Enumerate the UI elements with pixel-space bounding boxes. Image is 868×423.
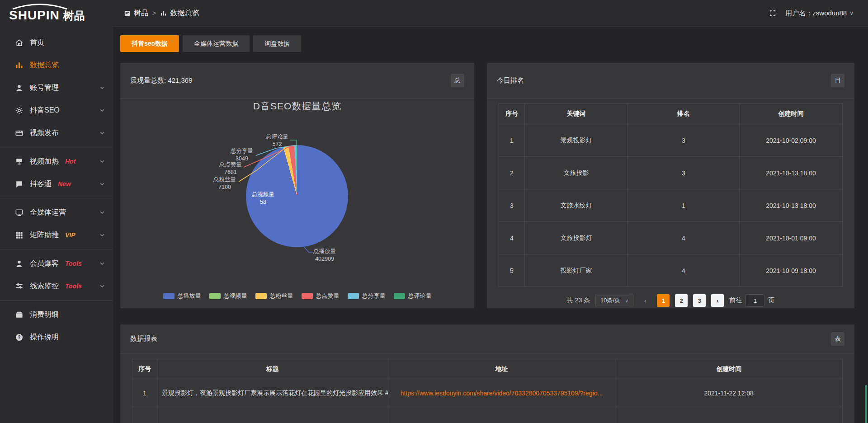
chevron-down-icon [99, 85, 105, 90]
pie-label-name: 总评论量 [259, 133, 295, 141]
cell-no: 1 [132, 379, 157, 407]
legend-item-plays[interactable]: 总播放量 [163, 292, 201, 300]
page-size-select[interactable]: 10条/页 ∨ [595, 294, 633, 307]
goto-page-input[interactable] [745, 294, 764, 307]
col-header-rank: 排名 [628, 103, 740, 124]
cell-url: https://www.iesdouyin.com/share/video/70… [388, 379, 615, 407]
username-label: 用户名：zswodun88 [785, 9, 847, 18]
data-report-card: 数据报表 表 序号 标题 地址 创建时间 [120, 324, 854, 423]
pie-label-name: 总点赞量 [212, 161, 249, 169]
legend-item-comments[interactable]: 总评论量 [394, 292, 432, 300]
breadcrumb-current[interactable]: 数据总览 [170, 9, 199, 18]
chevron-down-icon [99, 108, 105, 113]
tools-badge: Tools [65, 282, 82, 290]
rank-card-header: 今日排名 日 [487, 63, 854, 99]
user-icon [14, 83, 24, 92]
tab-douyin-seo-data[interactable]: 抖音seo数据 [120, 35, 179, 52]
sidebar-item-omnimedia[interactable]: 全媒体运营 [0, 201, 113, 224]
seo-overview-card: 展现量总数: 421,369 总 D音SEO数据量总览 [120, 63, 474, 308]
pagination-goto: 前往 页 [729, 294, 774, 307]
pagination-prev-button[interactable]: ‹ [639, 294, 651, 307]
sidebar-item-doketong[interactable]: 抖客通 New [0, 173, 113, 195]
rank-card-title: 今日排名 [497, 76, 524, 85]
page-size-value: 10条/页 [600, 296, 620, 305]
pagination-page-3[interactable]: 3 [693, 294, 706, 307]
report-table: 序号 标题 地址 创建时间 1 景观投影灯，夜游景观投影灯厂家展示展示落花灯在花… [132, 359, 843, 423]
sidebar-item-douyin-seo[interactable]: 抖音SEO [0, 99, 113, 122]
table-row: 2 文旅投影 3 2021-10-13 18:00 [499, 157, 843, 189]
legend-swatch [209, 293, 221, 299]
cell-rank: 3 [628, 124, 740, 157]
cell-time: 2021-10-01 09:00 [740, 222, 843, 254]
legend-swatch [394, 293, 405, 299]
cell-video-title: 景观投影灯，夜游景观投影灯厂家展示展示落花灯在花园里的灯光投影应用效果 # [157, 379, 388, 407]
table-row: 1 景观投影灯 3 2021-10-02 09:00 [499, 124, 843, 157]
sidebar-item-video-heat[interactable]: 视频加热 Hot [0, 150, 113, 173]
legend-item-likes[interactable]: 总点赞量 [302, 292, 340, 300]
logo-text-cn: 树品 [63, 9, 85, 23]
sidebar-item-label: 矩阵助推 [30, 230, 59, 240]
fullscreen-icon[interactable] [769, 9, 776, 17]
sidebar-item-home[interactable]: 首页 [0, 31, 113, 54]
sidebar-item-label: 数据总览 [30, 61, 59, 70]
chevron-down-icon: ∨ [849, 10, 854, 16]
legend-item-fans[interactable]: 总粉丝量 [255, 292, 293, 300]
user-menu[interactable]: 用户名：zswodun88 ∨ [785, 9, 854, 18]
pagination-next-button[interactable]: › [711, 294, 724, 307]
sidebar-item-member-burst[interactable]: 会员爆客 Tools [0, 252, 113, 275]
cell-time [615, 407, 843, 423]
tab-omnimedia-data[interactable]: 全媒体运营数据 [183, 35, 250, 52]
table-header-row: 序号 标题 地址 创建时间 [132, 359, 843, 379]
report-card-title: 数据报表 [130, 334, 157, 343]
page-scrollbar[interactable] [865, 385, 867, 423]
legend-label: 总粉丝量 [270, 292, 293, 300]
pagination-page-1[interactable]: 1 [657, 294, 670, 307]
cell-rank: 1 [628, 189, 740, 222]
legend-swatch [302, 293, 313, 299]
table-row: 5 投影灯厂家 4 2021-10-09 18:00 [499, 254, 843, 287]
sidebar-item-matrix-boost[interactable]: 矩阵助推 VIP [0, 224, 113, 246]
legend-swatch [163, 293, 175, 299]
sidebar-item-video-publish[interactable]: 视频发布 [0, 122, 113, 144]
chart-title: D音SEO数据量总览 [120, 100, 474, 113]
pie-label-value: 58 [245, 198, 281, 206]
legend-label: 总视频量 [224, 292, 247, 300]
legend-item-videos[interactable]: 总视频量 [209, 292, 247, 300]
legend-item-shares[interactable]: 总分享量 [348, 292, 386, 300]
sidebar-item-consumption[interactable]: 消费明细 [0, 303, 113, 326]
chevron-down-icon [99, 232, 105, 238]
person-icon [14, 259, 24, 268]
pie-label-value: 402909 [307, 255, 343, 263]
goto-suffix: 页 [768, 296, 774, 305]
tab-label: 询盘数据 [264, 40, 290, 48]
sliders-icon [14, 282, 24, 291]
day-corner-button[interactable]: 日 [831, 74, 844, 87]
grid-icon [14, 230, 24, 240]
svg-text:?: ? [18, 335, 20, 340]
table-row [132, 407, 843, 423]
col-header-keyword: 关键词 [525, 103, 628, 124]
chart-legend: 总播放量 总视频量 总粉丝量 总点赞量 总分享量 总评论量 [120, 292, 474, 300]
total-corner-button[interactable]: 总 [451, 74, 464, 87]
sidebar-item-account[interactable]: 账号管理 [0, 76, 113, 99]
video-url-link[interactable]: https://www.iesdouyin.com/share/video/70… [401, 390, 603, 397]
tab-inquiry-data[interactable]: 询盘数据 [253, 35, 301, 52]
sidebar-item-data-overview[interactable]: 数据总览 [0, 54, 113, 76]
pie-label-value: 7681 [212, 169, 249, 176]
breadcrumb-root[interactable]: 树品 [134, 9, 148, 18]
legend-label: 总点赞量 [316, 292, 340, 300]
menu-divider [0, 249, 113, 249]
table-row: 3 文旅水纹灯 1 2021-10-13 18:00 [499, 189, 843, 222]
sidebar-item-help[interactable]: ? 操作说明 [0, 326, 113, 348]
sidebar-item-lead-monitor[interactable]: 线索监控 Tools [0, 275, 113, 297]
table-row: 4 文旅投影灯 4 2021-10-01 09:00 [499, 222, 843, 254]
cell-time: 2021-10-13 18:00 [740, 157, 843, 189]
data-tabs: 抖音seo数据 全媒体运营数据 询盘数据 [120, 35, 854, 52]
cell-keyword: 文旅投影灯 [525, 222, 628, 254]
cell-time: 2021-10-13 18:00 [740, 189, 843, 222]
sidebar: SHUPIN 树品 首页 数据总览 账号管理 抖音SEO [0, 0, 113, 423]
cell-rank: 3 [628, 157, 740, 189]
pagination-page-2[interactable]: 2 [675, 294, 688, 307]
tab-label: 抖音seo数据 [132, 40, 168, 48]
table-corner-button[interactable]: 表 [831, 332, 844, 346]
